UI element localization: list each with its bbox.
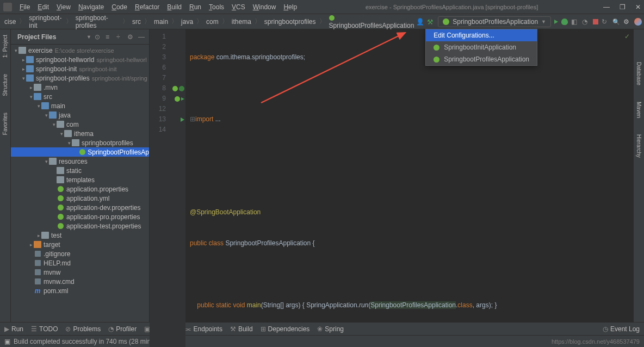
chevron-down-icon[interactable]: ▼: [86, 34, 91, 40]
tree-node[interactable]: ▾src: [11, 92, 149, 101]
minimize-button[interactable]: —: [603, 3, 610, 11]
menu-edit[interactable]: Edit: [34, 2, 52, 12]
nav-toolbar: cise〉springboot-init〉springboot-profiles…: [0, 14, 644, 29]
tool-profiler[interactable]: ◔ Profiler: [108, 325, 137, 333]
tree-node[interactable]: mpom.xml: [11, 286, 149, 295]
menu-view[interactable]: View: [53, 2, 74, 12]
left-tab-favorites[interactable]: Favorites: [2, 113, 8, 135]
line-gutter: 1236789121314: [150, 29, 169, 347]
ide-icon[interactable]: [634, 18, 642, 26]
folder-icon: [41, 232, 49, 239]
tree-node[interactable]: application.yml: [11, 194, 149, 203]
right-tab-database[interactable]: Database: [636, 62, 642, 85]
panel-settings-icon[interactable]: [127, 33, 135, 41]
tree-node[interactable]: ▾java: [11, 110, 149, 120]
update-icon[interactable]: ↻: [602, 18, 609, 26]
settings-icon[interactable]: [623, 18, 631, 26]
tree-node[interactable]: ▸.mvn: [11, 83, 149, 92]
tree-node[interactable]: HELP.md: [11, 258, 149, 268]
debug-button[interactable]: [561, 18, 568, 25]
menu-navigate[interactable]: Navigate: [75, 2, 107, 12]
tree-node[interactable]: application.properties: [11, 184, 149, 194]
menu-help[interactable]: Help: [280, 2, 300, 12]
breadcrumb-item[interactable]: springboot-init: [27, 14, 64, 29]
tree-node[interactable]: static: [11, 166, 149, 175]
breadcrumb-item[interactable]: springbootprofiles: [262, 18, 318, 26]
window-controls: — ❐ ✕: [603, 3, 641, 11]
tree-node[interactable]: ▾main: [11, 101, 149, 110]
tree-node[interactable]: ▸target: [11, 240, 149, 249]
tree-node[interactable]: templates: [11, 175, 149, 184]
tree-node[interactable]: application-dev.properties: [11, 203, 149, 212]
expand-icon[interactable]: ≡: [106, 33, 113, 41]
hammer-icon[interactable]: ⚒: [427, 18, 435, 26]
tree-node[interactable]: ▸springboot-initspringboot-init: [11, 64, 149, 73]
spring-icon[interactable]: [175, 96, 180, 102]
left-tab-project[interactable]: 1: Project: [2, 35, 8, 58]
run-gutter-icon[interactable]: [181, 97, 184, 101]
tool-problems[interactable]: ⊘ Problems: [65, 325, 101, 333]
run-button[interactable]: [554, 20, 558, 24]
add-user-icon[interactable]: 👤: [416, 18, 424, 26]
tree-node[interactable]: SpringbootProfilesAp: [11, 147, 149, 157]
right-tab-hierarchy[interactable]: Hierarchy: [636, 134, 642, 158]
project-panel: Project Files ▼ ⊙ ≡ ÷ — ▾exerciseE:\code…: [11, 29, 150, 322]
tree-node[interactable]: ▾resources: [11, 157, 149, 166]
tree-node[interactable]: mvnw.cmd: [11, 277, 149, 286]
code-content[interactable]: package com.ithema.springbootprofiles; ⊞…: [185, 29, 633, 347]
file-icon: [34, 250, 41, 257]
right-tool-tabs: DatabaseMavenHierarchy: [633, 29, 644, 322]
left-tab-structure[interactable]: Structure: [2, 74, 8, 96]
breadcrumb-item[interactable]: ithema: [230, 18, 253, 26]
breadcrumb-item[interactable]: cise: [2, 18, 18, 26]
breadcrumb-item[interactable]: main: [152, 18, 170, 26]
run-gutter-icon[interactable]: [181, 117, 184, 122]
folder-blue-icon: [26, 56, 34, 63]
stop-button[interactable]: [593, 19, 598, 24]
tool-run[interactable]: ▶ Run: [4, 325, 23, 333]
tree-node[interactable]: ▾springboot-profilesspringboot-init/spri…: [11, 73, 149, 83]
menu-refactor[interactable]: Refactor: [132, 2, 163, 12]
tree-node[interactable]: application-test.properties: [11, 221, 149, 231]
leaf-icon: [57, 222, 64, 230]
hide-panel-icon[interactable]: —: [138, 33, 146, 41]
menu-file[interactable]: File: [16, 2, 33, 12]
dropdown-item[interactable]: SpringbootProfilesApplication: [426, 53, 537, 65]
tree-node[interactable]: ▾springbootprofiles: [11, 138, 149, 147]
breadcrumb-item[interactable]: src: [130, 18, 143, 26]
tree-node[interactable]: application-pro.properties: [11, 212, 149, 221]
tree-node[interactable]: .gitignore: [11, 249, 149, 258]
menu-code[interactable]: Code: [108, 2, 131, 12]
coverage-button[interactable]: ◧: [571, 18, 579, 26]
close-button[interactable]: ✕: [635, 3, 641, 11]
tree-node[interactable]: ▾com: [11, 120, 149, 129]
profile-button[interactable]: ◔: [582, 18, 590, 26]
tree-node[interactable]: ▾ithema: [11, 129, 149, 138]
menu-vcs[interactable]: VCS: [228, 2, 249, 12]
tree-node[interactable]: ▸test: [11, 231, 149, 240]
tree-node[interactable]: ▾exerciseE:\code store\exercise: [11, 46, 149, 55]
breadcrumb-item[interactable]: SpringbootProfilesApplication: [327, 14, 417, 29]
run-config-selector[interactable]: SpringbootProfilesApplication ▼: [438, 16, 551, 27]
search-icon[interactable]: [612, 18, 620, 26]
breadcrumb-item[interactable]: com: [204, 18, 221, 26]
breadcrumb-item[interactable]: springboot-profiles: [73, 14, 121, 29]
collapse-icon[interactable]: ÷: [116, 33, 124, 41]
spring-icon[interactable]: [179, 86, 184, 91]
run-config-label: SpringbootProfilesApplication: [453, 18, 538, 26]
select-opened-icon[interactable]: ⊙: [95, 33, 102, 41]
menu-run[interactable]: Run: [186, 2, 205, 12]
dropdown-item[interactable]: SpringbootInitApplication: [426, 41, 537, 53]
breadcrumb-item[interactable]: java: [179, 18, 195, 26]
menu-window[interactable]: Window: [250, 2, 280, 12]
menu-build[interactable]: Build: [164, 2, 185, 12]
spring-icon[interactable]: [172, 86, 178, 91]
tree-node[interactable]: mvnw: [11, 268, 149, 277]
tree-node[interactable]: ▸springboot-hellworldspringboot-hellworl: [11, 55, 149, 64]
right-tab-maven[interactable]: Maven: [636, 102, 642, 118]
tool-todo[interactable]: ☰ TODO: [31, 325, 58, 333]
dropdown-item[interactable]: Edit Configurations...: [426, 29, 537, 41]
folder-icon: [49, 158, 57, 165]
menu-tools[interactable]: Tools: [206, 2, 227, 12]
maximize-button[interactable]: ❐: [620, 3, 626, 11]
